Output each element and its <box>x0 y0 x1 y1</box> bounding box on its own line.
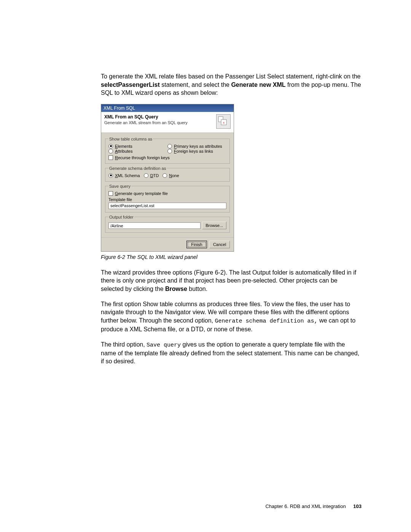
none-label: None <box>169 173 179 178</box>
dtd-radio[interactable] <box>144 173 148 178</box>
none-radio[interactable] <box>162 173 167 178</box>
browse-button[interactable]: Browse... <box>202 222 226 229</box>
svg-text:X: X <box>223 121 225 125</box>
footer-chapter: Chapter 6. RDB and XML integration <box>265 503 346 509</box>
p2-b1: Browse <box>165 286 187 292</box>
template-file-label: Template file <box>108 197 226 202</box>
intro-paragraph: To generate the XML relate files based o… <box>101 72 362 97</box>
group2-legend: Generate schema definition as <box>108 166 167 171</box>
foreign-keys-radio[interactable] <box>167 149 172 153</box>
dialog-header: XML From an SQL Query Generate an XML st… <box>101 112 234 133</box>
save-query-group: Save query Generate query template file … <box>105 184 230 212</box>
recurse-checkbox[interactable] <box>108 155 113 160</box>
paragraph-4: The third option, Save query gives us th… <box>101 340 362 366</box>
template-file-input[interactable] <box>108 203 226 209</box>
generate-template-checkbox[interactable] <box>108 191 113 196</box>
attributes-label: Attributes <box>115 149 132 153</box>
figure-caption: Figure 6-2 The SQL to XML wizard panel <box>101 254 362 260</box>
dialog-titlebar: XML From SQL <box>101 104 234 112</box>
output-folder-input[interactable] <box>108 222 201 229</box>
p2-t2: button. <box>187 286 207 292</box>
intro-text-2: statement, and select the <box>160 81 231 88</box>
p4-t1: The third option, <box>101 341 147 348</box>
p2-t1: The wizard provides three options (Figur… <box>101 269 356 292</box>
dialog-button-row: Finish Cancel <box>101 237 234 251</box>
intro-bold-2: Generate new XML <box>231 81 285 88</box>
primary-keys-label: Primary keys as attributes <box>174 144 222 149</box>
attributes-radio[interactable] <box>108 149 113 153</box>
finish-button[interactable]: Finish <box>186 241 207 248</box>
intro-text-1: To generate the XML relate files based o… <box>101 73 360 80</box>
elements-label: Elements <box>115 144 132 149</box>
dtd-label: DTD <box>150 173 159 178</box>
dialog-header-subtitle: Generate an XML stream from an SQL query <box>104 120 216 125</box>
xml-wizard-icon: X <box>216 114 231 129</box>
p4-mono: Save query <box>147 342 181 348</box>
p3-mono: Generate schema definition as, <box>215 318 317 324</box>
group3-legend: Save query <box>108 184 131 189</box>
show-table-columns-group: Show table columns as Elements Attribute… <box>105 137 230 164</box>
xml-from-sql-dialog: XML From SQL XML From an SQL Query Gener… <box>101 104 234 252</box>
primary-keys-radio[interactable] <box>167 144 172 149</box>
group4-legend: Output folder <box>108 215 134 219</box>
paragraph-3: The first option Show table columns as p… <box>101 300 362 334</box>
elements-radio[interactable] <box>108 144 113 149</box>
page-footer: Chapter 6. RDB and XML integration 103 <box>265 503 362 509</box>
footer-page-number: 103 <box>353 503 362 509</box>
generate-schema-group: Generate schema definition as XML Schema… <box>105 166 230 182</box>
paragraph-2: The wizard provides three options (Figur… <box>101 268 362 293</box>
dialog-header-title: XML From an SQL Query <box>104 114 216 120</box>
cancel-button[interactable]: Cancel <box>209 241 230 248</box>
foreign-keys-label: Foreign keys as links <box>174 149 213 153</box>
intro-bold-1: selectPassengerList <box>101 81 160 88</box>
xml-schema-label: XML Schema <box>115 173 140 178</box>
xml-schema-radio[interactable] <box>108 173 113 178</box>
generate-template-label: Generate query template file <box>115 191 168 196</box>
group1-legend: Show table columns as <box>108 137 153 141</box>
output-folder-group: Output folder Browse... <box>105 215 230 233</box>
recurse-label: Recurse through foreign keys <box>115 155 170 160</box>
